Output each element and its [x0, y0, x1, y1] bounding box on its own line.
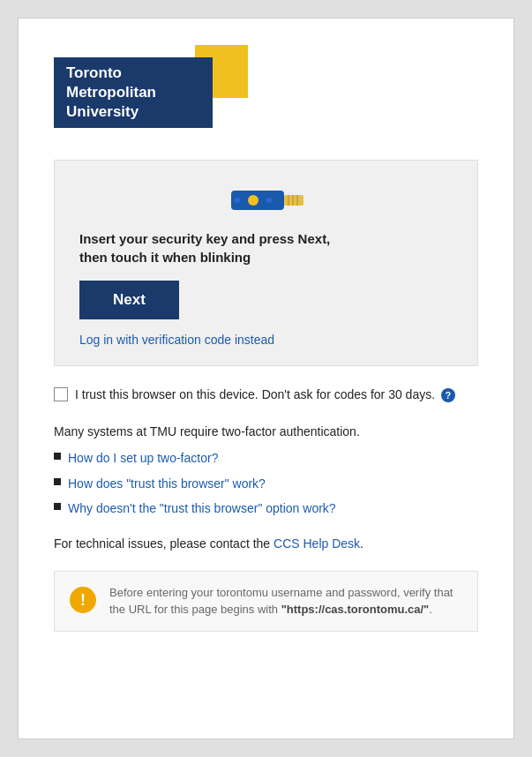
info-link-2[interactable]: How does "trust this browser" work?: [68, 474, 266, 493]
info-link-3[interactable]: Why doesn't the "trust this browser" opt…: [68, 498, 336, 518]
bullet-square: [54, 478, 61, 485]
warning-text: Before entering your torontomu username …: [109, 584, 463, 618]
list-item: How does "trust this browser" work?: [54, 474, 478, 493]
list-item: Why doesn't the "trust this browser" opt…: [54, 498, 478, 518]
trust-text: I trust this browser on this device. Don…: [75, 386, 478, 404]
help-icon[interactable]: ?: [441, 388, 455, 402]
security-key-icon: [79, 182, 453, 217]
page-container: Toronto Metropolitan University: [18, 18, 514, 739]
info-intro: Many systems at TMU require two-factor a…: [54, 422, 478, 441]
logo-blue-box: Toronto Metropolitan University: [54, 57, 213, 128]
trust-checkbox[interactable]: [54, 387, 68, 401]
logo-text: Toronto Metropolitan University: [66, 64, 156, 122]
svg-point-6: [235, 198, 240, 203]
svg-point-7: [266, 198, 272, 203]
verification-link[interactable]: Log in with verification code instead: [79, 333, 274, 347]
logo-wrapper: Toronto Metropolitan University: [54, 45, 248, 133]
svg-text:!: !: [80, 591, 86, 609]
warning-url: "https://cas.torontomu.ca/": [281, 603, 430, 616]
info-list: How do I set up two-factor? How does "tr…: [54, 448, 478, 518]
ccs-help-desk-link[interactable]: CCS Help Desk: [273, 536, 360, 551]
auth-box: Insert your security key and press Next,…: [54, 160, 478, 366]
warning-icon: !: [69, 586, 97, 614]
svg-point-1: [248, 195, 259, 206]
svg-rect-2: [284, 195, 303, 206]
bullet-square: [54, 453, 61, 460]
list-item: How do I set up two-factor?: [54, 448, 478, 468]
trust-section: I trust this browser on this device. Don…: [54, 386, 478, 404]
usb-key-svg: [227, 182, 306, 217]
bullet-square: [54, 503, 61, 510]
technical-text: For technical issues, please contact the…: [54, 535, 478, 553]
auth-instruction: Insert your security key and press Next,…: [79, 229, 453, 266]
info-section: Many systems at TMU require two-factor a…: [54, 422, 478, 519]
warning-section: ! Before entering your torontomu usernam…: [54, 571, 478, 632]
info-link-1[interactable]: How do I set up two-factor?: [68, 448, 218, 468]
next-button[interactable]: Next: [79, 281, 179, 319]
